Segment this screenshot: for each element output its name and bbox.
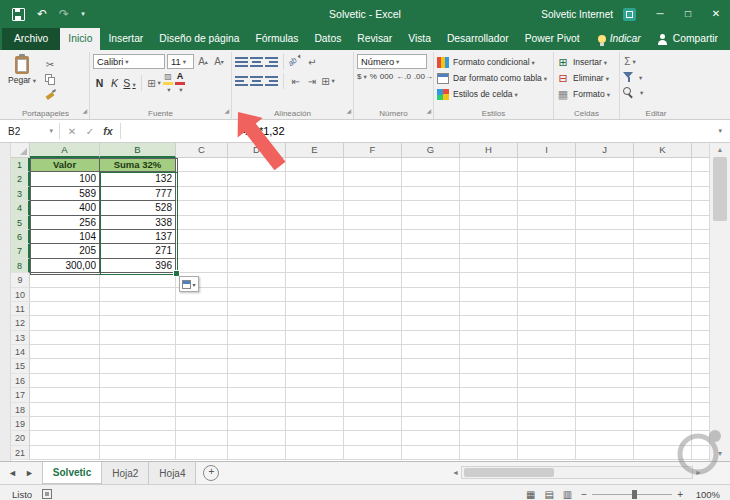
cell-E1[interactable] <box>286 158 344 172</box>
undo-icon[interactable]: ↶ <box>37 8 47 20</box>
cells-item-eliminar[interactable]: ⊟Eliminar <box>557 70 616 86</box>
cell-E2[interactable] <box>286 172 344 186</box>
increase-font-icon[interactable]: A <box>196 55 210 69</box>
cell-K8[interactable] <box>634 259 692 273</box>
cell-K1[interactable] <box>634 158 692 172</box>
cell-F14[interactable] <box>344 345 402 359</box>
select-all-corner[interactable] <box>11 143 30 158</box>
cell-G3[interactable] <box>402 187 460 201</box>
cell-B5[interactable]: 338 <box>100 216 176 230</box>
cell-G13[interactable] <box>402 331 460 345</box>
cell-H16[interactable] <box>460 374 518 388</box>
merge-center-icon[interactable]: ⊞ <box>321 74 335 88</box>
cell-A4[interactable]: 400 <box>30 201 100 215</box>
page-break-view-icon[interactable]: ▥ <box>563 489 572 500</box>
cell-E9[interactable] <box>286 273 344 287</box>
cell-partial-5[interactable] <box>692 216 709 230</box>
ribbon-tab-archivo[interactable]: Archivo <box>2 28 60 50</box>
cell-A2[interactable]: 100 <box>30 172 100 186</box>
cell-E4[interactable] <box>286 201 344 215</box>
cell-C19[interactable] <box>176 417 228 431</box>
row-header-1[interactable]: 1 <box>11 158 30 172</box>
row-header-17[interactable]: 17 <box>11 388 30 402</box>
cell-B21[interactable] <box>100 446 176 460</box>
row-header-11[interactable]: 11 <box>11 302 30 316</box>
column-header-H[interactable]: H <box>460 143 518 158</box>
cell-H7[interactable] <box>460 244 518 258</box>
cell-G20[interactable] <box>402 431 460 445</box>
cell-D10[interactable] <box>228 288 286 302</box>
cell-J13[interactable] <box>576 331 634 345</box>
cell-B12[interactable] <box>100 316 176 330</box>
cell-F21[interactable] <box>344 446 402 460</box>
cell-A13[interactable] <box>30 331 100 345</box>
cell-J1[interactable] <box>576 158 634 172</box>
row-header-16[interactable]: 16 <box>11 374 30 388</box>
autosum-icon[interactable]: Σ <box>623 55 637 69</box>
ribbon-tab-desarrollador[interactable]: Desarrollador <box>439 28 517 50</box>
column-header-D[interactable]: D <box>228 143 286 158</box>
cell-E16[interactable] <box>286 374 344 388</box>
cell-F20[interactable] <box>344 431 402 445</box>
cell-J12[interactable] <box>576 316 634 330</box>
cell-E19[interactable] <box>286 417 344 431</box>
cell-E17[interactable] <box>286 388 344 402</box>
row-header-10[interactable]: 10 <box>11 288 30 302</box>
cell-A14[interactable] <box>30 345 100 359</box>
ribbon-tab-power-pivot[interactable]: Power Pivot <box>517 28 588 50</box>
cell-K3[interactable] <box>634 187 692 201</box>
cell-partial-6[interactable] <box>692 230 709 244</box>
cut-icon[interactable]: ✂ <box>43 57 57 71</box>
autofill-options-button[interactable] <box>179 276 199 292</box>
row-header-18[interactable]: 18 <box>11 403 30 417</box>
vertical-scroll-thumb[interactable] <box>713 157 727 221</box>
cell-A20[interactable] <box>30 431 100 445</box>
cell-D11[interactable] <box>228 302 286 316</box>
cell-C21[interactable] <box>176 446 228 460</box>
font-dialog-launcher-icon[interactable] <box>221 109 229 117</box>
orientation-icon[interactable]: ab <box>286 52 306 72</box>
cell-B8[interactable]: 396 <box>100 259 176 273</box>
cell-B18[interactable] <box>100 403 176 417</box>
cell-E7[interactable] <box>286 244 344 258</box>
cell-B2[interactable]: 132 <box>100 172 176 186</box>
cell-partial-11[interactable] <box>692 302 709 316</box>
cell-H10[interactable] <box>460 288 518 302</box>
cell-I13[interactable] <box>518 331 576 345</box>
cell-C4[interactable] <box>176 201 228 215</box>
row-header-8[interactable]: 8 <box>11 259 30 273</box>
cell-G14[interactable] <box>402 345 460 359</box>
percent-style-icon[interactable]: % <box>370 72 377 81</box>
cell-K21[interactable] <box>634 446 692 460</box>
cell-C16[interactable] <box>176 374 228 388</box>
cell-A9[interactable] <box>30 273 100 287</box>
cell-D2[interactable] <box>228 172 286 186</box>
cell-F1[interactable] <box>344 158 402 172</box>
align-top-icon[interactable] <box>235 57 248 68</box>
cell-B1[interactable]: Suma 32% <box>100 158 176 172</box>
cell-A19[interactable] <box>30 417 100 431</box>
cell-I12[interactable] <box>518 316 576 330</box>
cell-F16[interactable] <box>344 374 402 388</box>
cell-partial-13[interactable] <box>692 331 709 345</box>
cell-partial-12[interactable] <box>692 316 709 330</box>
scroll-down-icon[interactable]: ▼ <box>710 448 730 460</box>
cell-A7[interactable]: 205 <box>30 244 100 258</box>
cell-E5[interactable] <box>286 216 344 230</box>
cell-K7[interactable] <box>634 244 692 258</box>
cell-B17[interactable] <box>100 388 176 402</box>
cell-C12[interactable] <box>176 316 228 330</box>
cell-A21[interactable] <box>30 446 100 460</box>
cell-A17[interactable] <box>30 388 100 402</box>
cell-F18[interactable] <box>344 403 402 417</box>
cell-J15[interactable] <box>576 359 634 373</box>
cell-F2[interactable] <box>344 172 402 186</box>
cell-D18[interactable] <box>228 403 286 417</box>
cell-I18[interactable] <box>518 403 576 417</box>
cell-F17[interactable] <box>344 388 402 402</box>
zoom-slider-thumb[interactable] <box>632 490 637 499</box>
cell-K4[interactable] <box>634 201 692 215</box>
cell-C8[interactable] <box>176 259 228 273</box>
cell-D15[interactable] <box>228 359 286 373</box>
column-header-I[interactable]: I <box>518 143 576 158</box>
